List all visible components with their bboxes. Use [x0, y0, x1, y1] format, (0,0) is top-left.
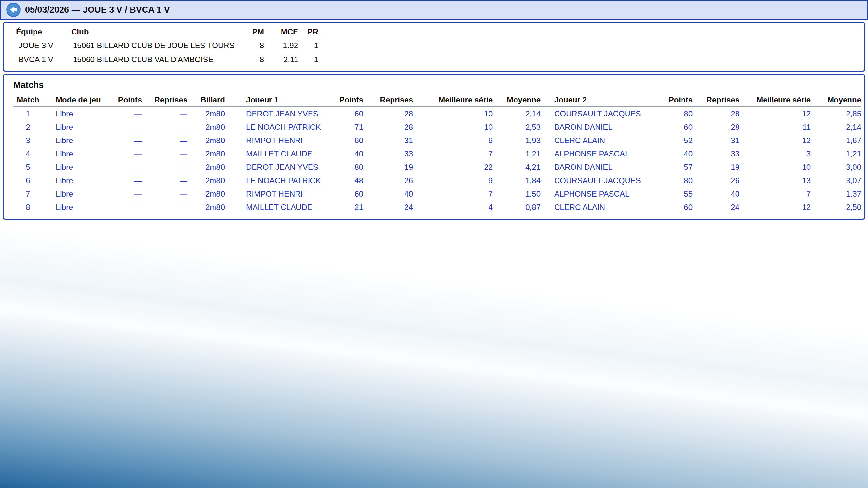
team-mce: 1.92: [264, 41, 298, 50]
mode-de-jeu: Libre: [43, 123, 111, 132]
joueur2-reprises: 28: [692, 123, 739, 132]
team-club: 15061 BILLARD CLUB DE JOUE LES TOURS: [71, 41, 241, 50]
billard: 2m80: [187, 203, 225, 212]
joueur1-moyenne: 4,21: [493, 163, 540, 172]
match-row: 5Libre——2m80DEROT JEAN YVES8019224,21BAR…: [13, 160, 861, 174]
teams-col-pr: PR: [298, 27, 318, 36]
matchs-col-reprises-handicap: Reprises: [142, 95, 187, 104]
joueur1-meilleure-serie: 10: [413, 109, 493, 119]
match-number: 1: [13, 109, 43, 119]
match-row: 8Libre——2m80MAILLET CLAUDE212440,87CLERC…: [13, 200, 861, 214]
team-mce: 2.11: [264, 55, 298, 64]
joueur2-moyenne: 2,14: [811, 123, 861, 132]
matchs-col-mode-de-jeu: Mode de jeu: [43, 95, 111, 104]
joueur1-meilleure-serie: 7: [413, 189, 493, 198]
joueur2-points: 80: [668, 109, 692, 119]
points-handicap: —: [111, 136, 142, 145]
match-number: 5: [13, 163, 43, 172]
joueur1-meilleure-serie: 9: [413, 176, 493, 185]
joueur2-name: COURSAULT JACQUES: [540, 109, 668, 119]
background-gradient: [0, 0, 868, 488]
joueur2-points: 55: [668, 189, 692, 198]
joueur1-reprises: 33: [363, 149, 413, 158]
joueur1-reprises: 40: [363, 189, 413, 198]
joueur2-reprises: 33: [692, 149, 739, 158]
joueur2-meilleure-serie: 10: [739, 163, 811, 172]
matchs-table-body: 1Libre——2m80DEROT JEAN YVES6028102,14COU…: [4, 107, 864, 214]
back-button[interactable]: [6, 3, 21, 17]
joueur1-name: MAILLET CLAUDE: [225, 203, 329, 212]
joueur1-moyenne: 2,14: [493, 109, 540, 119]
mode-de-jeu: Libre: [43, 163, 111, 172]
mode-de-jeu: Libre: [43, 203, 111, 212]
points-handicap: —: [111, 109, 142, 119]
teams-col-pm: PM: [241, 27, 264, 36]
joueur2-moyenne: 1,21: [811, 149, 861, 158]
joueur1-name: RIMPOT HENRI: [225, 189, 329, 198]
joueur1-meilleure-serie: 4: [413, 203, 493, 212]
joueur1-reprises: 31: [363, 136, 413, 145]
teams-panel: Équipe Club PM MCE PR JOUE 3 V 15061 BIL…: [3, 22, 865, 72]
match-number: 6: [13, 176, 43, 185]
joueur1-name: DEROT JEAN YVES: [225, 163, 329, 172]
joueur2-meilleure-serie: 12: [739, 136, 811, 145]
billard: 2m80: [187, 176, 225, 185]
joueur2-name: BARON DANIEL: [540, 163, 668, 172]
joueur1-reprises: 19: [363, 163, 413, 172]
joueur1-meilleure-serie: 10: [413, 123, 493, 132]
joueur2-points: 40: [668, 149, 692, 158]
joueur1-points: 48: [329, 176, 363, 185]
teams-col-club: Club: [71, 27, 241, 36]
header-bar: 05/03/2026 — JOUE 3 V / BVCA 1 V: [0, 0, 868, 20]
matchs-col-joueur1-moyenne: Moyenne: [493, 95, 540, 104]
joueur2-meilleure-serie: 7: [739, 189, 811, 198]
joueur2-name: CLERC ALAIN: [540, 203, 668, 212]
reprises-handicap: —: [142, 149, 187, 158]
circle-arrow-left-icon: [6, 3, 21, 17]
joueur1-points: 21: [329, 203, 363, 212]
mode-de-jeu: Libre: [43, 189, 111, 198]
match-number: 3: [13, 136, 43, 145]
matchs-title: Matchs: [4, 80, 864, 90]
match-number: 8: [13, 203, 43, 212]
joueur1-points: 60: [329, 109, 363, 119]
joueur1-meilleure-serie: 7: [413, 149, 493, 158]
match-row: 4Libre——2m80MAILLET CLAUDE403371,21ALPHO…: [13, 147, 861, 160]
team-row: BVCA 1 V 15060 BILLARD CLUB VAL D'AMBOIS…: [4, 53, 318, 66]
match-row: 7Libre——2m80RIMPOT HENRI604071,50ALPHONS…: [13, 187, 861, 200]
joueur1-meilleure-serie: 6: [413, 136, 493, 145]
billard: 2m80: [187, 136, 225, 145]
joueur1-points: 60: [329, 189, 363, 198]
joueur2-name: BARON DANIEL: [540, 123, 668, 132]
joueur2-name: CLERC ALAIN: [540, 136, 668, 145]
mode-de-jeu: Libre: [43, 109, 111, 119]
team-pr: 1: [298, 55, 318, 64]
mode-de-jeu: Libre: [43, 149, 111, 158]
matchs-col-billard: Billard: [187, 95, 225, 104]
mode-de-jeu: Libre: [43, 176, 111, 185]
joueur1-moyenne: 2,53: [493, 123, 540, 132]
joueur1-moyenne: 1,21: [493, 149, 540, 158]
reprises-handicap: —: [142, 189, 187, 198]
joueur2-meilleure-serie: 11: [739, 123, 811, 132]
team-pr: 1: [298, 41, 318, 50]
joueur2-moyenne: 1,37: [811, 189, 861, 198]
joueur1-name: MAILLET CLAUDE: [225, 149, 329, 158]
matchs-panel: Matchs Match Mode de jeu Points Reprises…: [3, 74, 865, 220]
joueur2-moyenne: 1,67: [811, 136, 861, 145]
reprises-handicap: —: [142, 136, 187, 145]
teams-header-row: Équipe Club PM MCE PR: [4, 26, 318, 38]
joueur1-moyenne: 1,93: [493, 136, 540, 145]
joueur1-name: LE NOACH PATRICK: [225, 176, 329, 185]
teams-col-equipe: Équipe: [16, 27, 71, 36]
joueur1-points: 80: [329, 163, 363, 172]
points-handicap: —: [111, 163, 142, 172]
match-row: 2Libre——2m80LE NOACH PATRICK7128102,53BA…: [13, 120, 861, 134]
joueur2-meilleure-serie: 3: [739, 149, 811, 158]
joueur2-name: COURSAULT JACQUES: [540, 176, 668, 185]
matchs-col-joueur2-reprises: Reprises: [692, 95, 739, 104]
mode-de-jeu: Libre: [43, 136, 111, 145]
billard: 2m80: [187, 149, 225, 158]
joueur2-reprises: 26: [692, 176, 739, 185]
points-handicap: —: [111, 189, 142, 198]
